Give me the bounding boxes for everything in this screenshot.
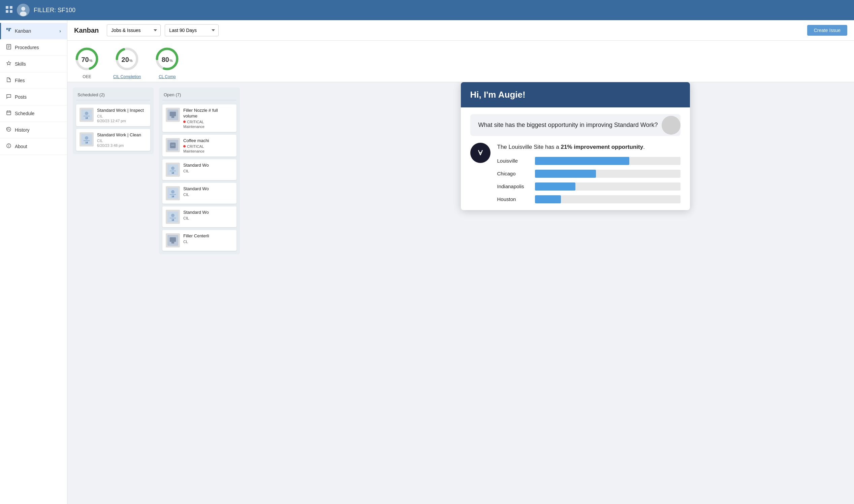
kanban-card[interactable]: 18 Standard Work | Clean CIL 6/20/23 3:4… [76, 129, 150, 151]
card-title: Filler Centerli [183, 233, 233, 239]
sidebar-about-label: About [15, 144, 27, 149]
bar-chart: Louisville Chicago [497, 157, 680, 203]
ai-answer-content: The Louisville Site has a 21% improvemen… [497, 143, 680, 203]
card-tag: CIL [183, 193, 233, 197]
col-header-scheduled: Scheduled (2) [76, 91, 150, 100]
card-image: 18 [80, 108, 94, 122]
card-content: Standard Wo CIL [183, 163, 233, 173]
svg-point-47 [171, 190, 175, 193]
kanban-card[interactable]: Coffee machi CRITICAL Maintenance [162, 135, 237, 157]
card-title: Standard Wo [183, 186, 233, 192]
card-title: Standard Work | Clean [97, 132, 147, 138]
bar-track [535, 157, 680, 165]
card-title: Standard Wo [183, 163, 233, 168]
content-area: Kanban Jobs & Issues Last 90 Days Create… [67, 20, 854, 504]
svg-text:18: 18 [85, 117, 88, 119]
page-title: Kanban [74, 26, 99, 34]
card-tag: CIL [183, 216, 233, 220]
ai-logo [470, 143, 490, 163]
svg-text:18: 18 [172, 218, 174, 221]
sidebar-item-about[interactable]: About [0, 138, 67, 155]
card-date: 6/20/23 3:48 pm [97, 143, 147, 147]
sidebar-item-procedures[interactable]: Procedures [0, 39, 67, 56]
main-layout: Kanban › Procedures Skills [0, 20, 854, 504]
posts-icon [6, 94, 12, 100]
kanban-card[interactable]: 18 Standard Wo CIL [162, 159, 237, 180]
avatar [17, 4, 30, 17]
sidebar-kanban-label: Kanban [15, 28, 31, 34]
bar-row-houston: Houston [497, 195, 680, 203]
files-icon [6, 77, 12, 84]
svg-point-6 [20, 12, 27, 16]
sidebar-item-skills[interactable]: Skills [0, 56, 67, 72]
ai-question-text: What site has the biggest opportunity in… [478, 121, 658, 129]
ai-question: What site has the biggest opportunity in… [470, 114, 680, 136]
svg-rect-8 [8, 28, 10, 31]
svg-text:18: 18 [172, 195, 174, 197]
procedures-icon [6, 44, 12, 51]
ai-panel-body: What site has the biggest opportunity in… [461, 107, 690, 210]
ai-answer: The Louisville Site has a 21% improvemen… [470, 143, 680, 203]
kanban-card[interactable]: 18 Standard Wo CIL [162, 183, 237, 204]
card-tag: Maintenance [183, 149, 233, 153]
bar-row-chicago: Chicago [497, 170, 680, 178]
card-critical: CRITICAL [183, 144, 233, 148]
ai-answer-text: The Louisville Site has a 21% improvemen… [497, 143, 680, 151]
card-tag: Maintenance [183, 125, 233, 129]
cil-value: 20% [122, 56, 133, 64]
card-tag: CL [183, 240, 233, 244]
kanban-card[interactable]: 18 Standard Work | Inspect CIL 6/20/23 1… [76, 104, 150, 126]
bar-label: Louisville [497, 158, 531, 164]
sidebar-schedule-label: Schedule [15, 111, 34, 116]
svg-point-29 [85, 112, 88, 115]
sidebar-skills-label: Skills [15, 61, 26, 67]
cl-circle: 80% [154, 46, 180, 73]
sidebar-item-history[interactable]: History [0, 122, 67, 138]
col-header-open: Open (7) [162, 91, 237, 100]
card-tag: CIL [183, 169, 233, 173]
svg-point-33 [85, 136, 88, 140]
bar-track [535, 195, 680, 203]
svg-rect-9 [10, 28, 11, 29]
oee-value: 70% [81, 56, 92, 64]
sidebar-item-kanban[interactable]: Kanban › [0, 23, 67, 39]
schedule-icon [6, 110, 12, 117]
svg-rect-14 [7, 111, 11, 115]
critical-dot [183, 121, 186, 123]
svg-point-43 [171, 166, 175, 170]
sidebar-item-schedule[interactable]: Schedule [0, 105, 67, 122]
filter-type-select[interactable]: Jobs & Issues [107, 24, 161, 36]
grid-icon [5, 6, 13, 15]
card-title: Filler Nozzle # full volume [183, 108, 233, 119]
svg-rect-48 [170, 194, 176, 195]
cil-label: CIL Completion [113, 74, 141, 79]
filter-period-select[interactable]: Last 90 Days [165, 24, 219, 36]
sidebar-item-files[interactable]: Files [0, 72, 67, 89]
card-critical: CRITICAL [183, 120, 233, 124]
bar-fill [535, 157, 630, 165]
svg-rect-34 [84, 140, 90, 141]
svg-point-5 [21, 7, 25, 11]
content-header: Kanban Jobs & Issues Last 90 Days Create… [67, 20, 854, 41]
create-issue-button[interactable]: Create Issue [807, 25, 847, 36]
bar-label: Indianapolis [497, 183, 531, 189]
ai-user-avatar [662, 116, 680, 135]
card-content: Coffee machi CRITICAL Maintenance [183, 138, 233, 153]
card-content: Standard Work | Clean CIL 6/20/23 3:48 p… [97, 132, 147, 147]
card-content: Filler Nozzle # full volume CRITICAL Mai… [183, 108, 233, 129]
svg-point-51 [171, 213, 175, 217]
kanban-card[interactable]: 18 Standard Wo CIL [162, 206, 237, 227]
svg-rect-0 [6, 6, 8, 9]
kanban-card[interactable]: Filler Nozzle # full volume CRITICAL Mai… [162, 104, 237, 132]
svg-rect-56 [172, 242, 174, 244]
cl-label: CL Comp [159, 74, 175, 79]
metrics-row: 70% OEE 20% CIL Completion [67, 41, 854, 82]
bar-fill [535, 170, 596, 178]
svg-rect-41 [171, 145, 175, 145]
sidebar-item-posts[interactable]: Posts [0, 89, 67, 105]
cil-circle: 20% [114, 46, 140, 73]
metric-cil: 20% CIL Completion [113, 46, 141, 79]
bar-row-indianapolis: Indianapolis [497, 182, 680, 191]
kanban-card[interactable]: Filler Centerli CL [162, 230, 237, 251]
cl-value: 80% [162, 56, 173, 64]
